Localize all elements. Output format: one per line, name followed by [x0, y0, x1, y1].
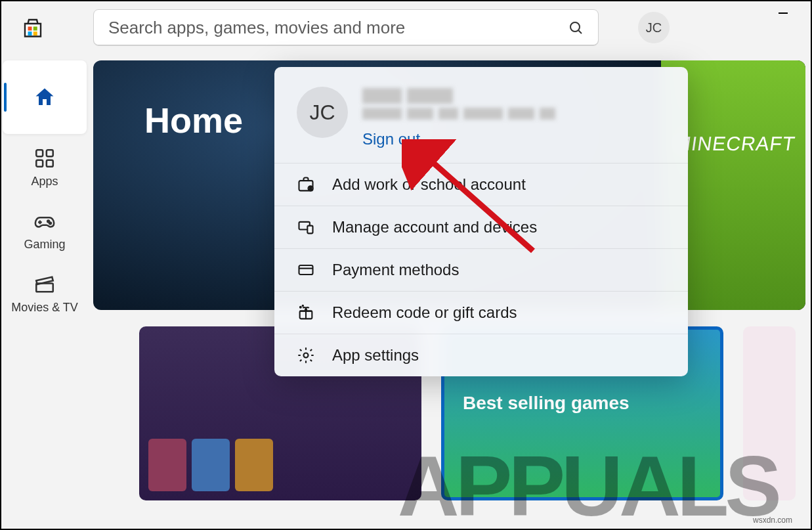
flyout-avatar: JC: [297, 87, 348, 138]
svg-rect-2: [28, 32, 32, 35]
menu-label: Manage account and devices: [332, 218, 537, 236]
menu-add-work-account[interactable]: Add work or school account: [274, 163, 688, 206]
left-nav: Apps Gaming Movies & TV: [1, 60, 88, 327]
user-avatar-button[interactable]: JC: [638, 12, 670, 43]
nav-home[interactable]: [3, 60, 87, 134]
svg-line-5: [579, 31, 582, 34]
nav-apps-label: Apps: [31, 175, 58, 188]
devices-icon: [297, 218, 315, 236]
card-games-label: Best selling games: [463, 393, 630, 414]
gear-icon: [297, 346, 315, 364]
menu-label: Payment methods: [332, 261, 459, 279]
svg-rect-6: [36, 150, 43, 156]
flyout-header: JC Sign out: [274, 67, 688, 163]
svg-rect-8: [36, 160, 43, 166]
flyout-username-redacted: [362, 88, 555, 104]
menu-manage-account[interactable]: Manage account and devices: [274, 206, 688, 248]
top-bar: JC: [1, 8, 811, 47]
svg-rect-7: [47, 150, 53, 156]
svg-point-26: [304, 353, 309, 358]
menu-label: App settings: [332, 346, 419, 364]
svg-rect-1: [33, 27, 37, 31]
menu-redeem-code[interactable]: Redeem code or gift cards: [274, 291, 688, 334]
watermark: APPUALS: [398, 437, 778, 530]
svg-rect-19: [307, 226, 312, 234]
movies-icon: [33, 273, 56, 296]
nav-gaming[interactable]: Gaming: [3, 201, 87, 260]
nav-gaming-label: Gaming: [24, 238, 65, 252]
gift-icon: [297, 303, 315, 322]
gaming-icon: [33, 210, 56, 232]
store-logo: [21, 16, 45, 39]
sign-out-link[interactable]: Sign out: [362, 130, 555, 148]
flyout-menu: Add work or school account Manage accoun…: [274, 163, 688, 376]
flyout-email-redacted: [362, 108, 555, 120]
briefcase-user-icon: [297, 175, 315, 194]
theater-thumbs: [148, 439, 273, 491]
search-box[interactable]: [93, 9, 599, 46]
menu-app-settings[interactable]: App settings: [274, 334, 688, 376]
hero-title: Home: [144, 100, 243, 141]
search-input[interactable]: [108, 18, 568, 38]
minecraft-logo: MINECRAFT: [672, 133, 788, 159]
svg-rect-9: [47, 160, 53, 166]
nav-movies-label: Movies & TV: [11, 301, 78, 315]
svg-point-24: [300, 307, 301, 308]
svg-rect-0: [28, 27, 32, 31]
profile-flyout: JC Sign out Add work or school account M: [274, 67, 688, 376]
svg-rect-20: [299, 265, 313, 275]
watermark-small: wsxdn.com: [753, 516, 792, 525]
search-icon: [568, 20, 584, 35]
menu-label: Redeem code or gift cards: [332, 303, 517, 322]
nav-apps[interactable]: Apps: [3, 138, 87, 197]
svg-point-25: [303, 305, 303, 306]
svg-point-4: [570, 22, 580, 32]
svg-point-13: [49, 222, 51, 224]
credit-card-icon: [297, 261, 315, 279]
nav-movies[interactable]: Movies & TV: [3, 264, 87, 323]
home-icon: [33, 85, 56, 109]
svg-rect-3: [33, 32, 37, 35]
apps-icon: [33, 147, 56, 169]
menu-label: Add work or school account: [332, 175, 526, 194]
menu-payment-methods[interactable]: Payment methods: [274, 248, 688, 291]
